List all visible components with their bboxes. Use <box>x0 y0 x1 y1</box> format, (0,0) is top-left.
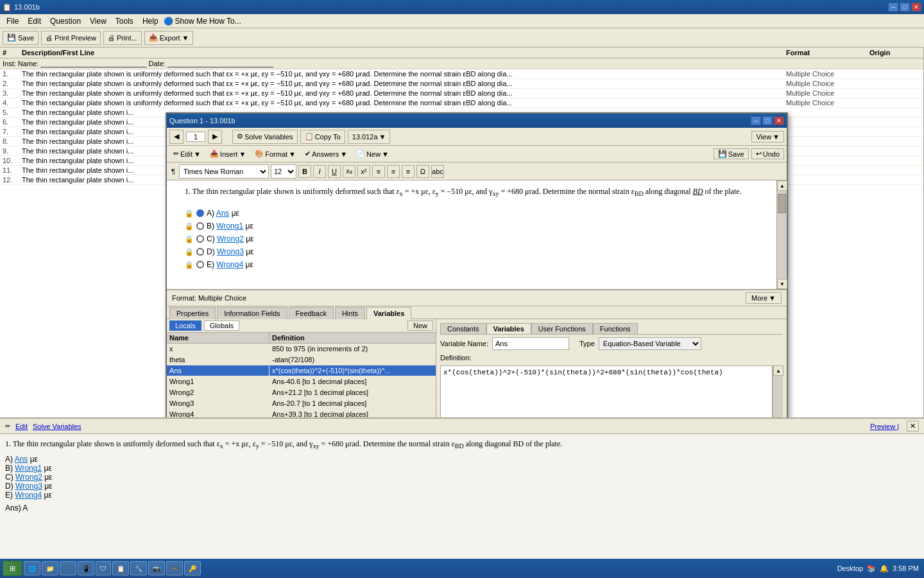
menu-help[interactable]: Help <box>139 15 162 27</box>
menu-tools[interactable]: Tools <box>112 15 137 27</box>
bold-button[interactable]: B <box>298 165 311 178</box>
ans-link[interactable]: Ans <box>216 209 230 218</box>
menu-edit[interactable]: Edit <box>24 15 45 27</box>
taskbar-app-media[interactable]: 🎵 <box>60 561 76 575</box>
variable-row[interactable]: x 850 to 975 (in increments of 2) <box>167 344 436 355</box>
radio-button[interactable] <box>196 248 204 256</box>
variable-row[interactable]: Wrong3 Ans-20.7 [to 1 decimal places] <box>167 398 436 409</box>
scroll-up-button[interactable]: ▲ <box>773 365 783 376</box>
taskbar-app-app3[interactable]: 📋 <box>112 561 129 575</box>
solve-variables-button[interactable]: ⚙ Solve Variables <box>232 130 298 144</box>
format-menu-button[interactable]: 🎨 Format ▼ <box>251 148 300 161</box>
taskbar-app-app1[interactable]: 📱 <box>78 561 94 575</box>
insert-menu-button[interactable]: 📥 Insert ▼ <box>206 148 250 161</box>
tab-functions[interactable]: Functions <box>593 323 638 334</box>
scroll-handle[interactable] <box>778 194 786 213</box>
table-row[interactable]: 4. The thin rectangular plate shown is u… <box>0 98 923 108</box>
save-button[interactable]: 💾 Save <box>3 31 38 45</box>
view-button[interactable]: View ▼ <box>751 131 784 143</box>
tab-information-fields[interactable]: Information Fields <box>217 307 287 319</box>
question-scrollbar[interactable]: ▲ ▼ <box>776 180 787 289</box>
tab-variables[interactable]: Variables <box>366 307 411 319</box>
tab-hints[interactable]: Hints <box>335 307 365 319</box>
wrong4-bottom-link[interactable]: Wrong4 <box>15 491 42 500</box>
wrong4-link[interactable]: Wrong4 <box>216 260 243 269</box>
ans-bottom-link[interactable]: Ans <box>15 455 28 464</box>
bottom-close-button[interactable]: ✕ <box>907 421 919 432</box>
nav-next-button[interactable]: ▶ <box>208 130 222 144</box>
copy-to-button[interactable]: 📋 Copy To <box>300 130 345 144</box>
taskbar-app-folder[interactable]: 📁 <box>42 561 58 575</box>
copy-to-dest-button[interactable]: 13.012a ▼ <box>348 130 391 144</box>
radio-button[interactable] <box>196 235 204 243</box>
tab-feedback[interactable]: Feedback <box>289 307 334 319</box>
variable-row-selected[interactable]: Ans x*(cos(theta))^2+(-510)*(sin(theta))… <box>167 365 436 376</box>
minimize-button[interactable]: ─ <box>888 3 898 12</box>
table-row[interactable]: 1. The thin rectangular plate shown is u… <box>0 69 923 79</box>
menu-file[interactable]: File <box>3 15 22 27</box>
menu-view[interactable]: View <box>86 15 110 27</box>
underline-button[interactable]: U <box>328 165 341 178</box>
print-preview-button[interactable]: 🖨 Print Preview <box>41 31 101 45</box>
variable-name-input[interactable] <box>492 337 569 350</box>
show-me-link[interactable]: 🔵 Show Me How To... <box>164 17 241 26</box>
italic-button[interactable]: I <box>313 165 326 178</box>
export-button[interactable]: 📤 Export ▼ <box>144 31 194 45</box>
variable-row[interactable]: Wrong1 Ans-40.6 [to 1 decimal places] <box>167 376 436 387</box>
modal-close-button[interactable]: ✕ <box>774 116 784 125</box>
modal-undo-button[interactable]: ↩ Undo <box>751 148 784 159</box>
wrong2-link[interactable]: Wrong2 <box>217 234 244 243</box>
align-center-button[interactable]: ≡ <box>387 165 400 178</box>
menu-question[interactable]: Question <box>46 15 85 27</box>
subscript-button[interactable]: x₂ <box>343 165 355 178</box>
bottom-solve-link[interactable]: Solve Variables <box>33 423 81 430</box>
taskbar-app-app5[interactable]: 📷 <box>148 561 165 575</box>
new-menu-button[interactable]: 📄 New ▼ <box>352 148 393 161</box>
taskbar-app-app2[interactable]: 🛡 <box>96 561 111 575</box>
font-size-select[interactable]: 12 <box>271 164 296 179</box>
new-variable-button[interactable]: New <box>407 320 433 331</box>
more-button[interactable]: More ▼ <box>746 292 782 304</box>
modal-minimize-button[interactable]: ─ <box>751 116 761 125</box>
align-left-button[interactable]: ≡ <box>372 165 385 178</box>
taskbar-app-app4[interactable]: 🔧 <box>130 561 147 575</box>
print-button[interactable]: 🖨 Print... <box>103 31 142 45</box>
tab-globals[interactable]: Globals <box>204 320 239 331</box>
edit-menu-button[interactable]: ✏ Edit ▼ <box>169 148 205 161</box>
taskbar-app-ie[interactable]: 🌐 <box>24 561 40 575</box>
start-button[interactable]: ⊞ <box>3 561 22 576</box>
scroll-down-button[interactable]: ▼ <box>777 279 787 289</box>
maximize-button[interactable]: □ <box>900 3 910 12</box>
table-row[interactable]: 2. The thin rectangular plate shown is u… <box>0 79 923 89</box>
modal-save-button[interactable]: 💾 Save <box>714 148 749 159</box>
font-name-select[interactable]: Times New Roman <box>179 164 269 179</box>
radio-button[interactable] <box>196 222 204 230</box>
modal-maximize-button[interactable]: □ <box>762 116 773 125</box>
tab-user-functions[interactable]: User Functions <box>531 323 593 334</box>
tab-variables[interactable]: Variables <box>486 323 531 334</box>
wrong3-bottom-link[interactable]: Wrong3 <box>15 482 42 491</box>
spell-check-button[interactable]: abc <box>431 165 444 178</box>
wrong1-link[interactable]: Wrong1 <box>216 222 243 231</box>
tab-locals[interactable]: Locals <box>169 320 201 331</box>
wrong3-link[interactable]: Wrong3 <box>217 247 244 256</box>
wrong2-bottom-link[interactable]: Wrong2 <box>15 473 42 482</box>
scroll-up-button[interactable]: ▲ <box>777 180 787 191</box>
align-right-button[interactable]: ≡ <box>402 165 415 178</box>
close-button[interactable]: ✕ <box>911 3 921 12</box>
preview-link[interactable]: Preview | <box>870 423 899 430</box>
nav-prev-button[interactable]: ◀ <box>169 130 184 144</box>
taskbar-app-app7[interactable]: 🔑 <box>184 561 201 575</box>
tab-constants[interactable]: Constants <box>440 323 486 334</box>
bottom-edit-link[interactable]: Edit <box>15 423 28 430</box>
taskbar-app-app6[interactable]: 🎮 <box>166 561 183 575</box>
radio-button[interactable] <box>196 261 204 268</box>
radio-button[interactable] <box>196 209 204 217</box>
variable-type-select[interactable]: Equation-Based Variable Random Variable … <box>599 337 701 350</box>
special-char-button[interactable]: Ω <box>416 165 429 178</box>
superscript-button[interactable]: x² <box>357 165 370 178</box>
variable-row[interactable]: theta -atan(72/108) <box>167 355 436 365</box>
tab-properties[interactable]: Properties <box>169 307 216 319</box>
variable-row[interactable]: Wrong2 Ans+21.2 [to 1 decimal places] <box>167 387 436 398</box>
answers-menu-button[interactable]: ✔ Answers ▼ <box>301 148 351 161</box>
